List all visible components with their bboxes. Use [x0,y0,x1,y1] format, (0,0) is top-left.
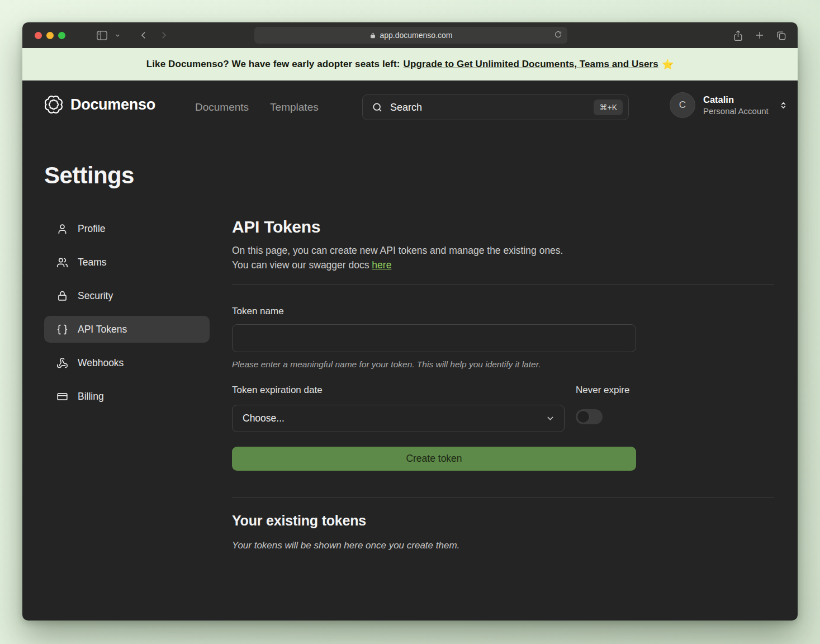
new-tab-icon[interactable] [755,30,765,40]
nav-templates[interactable]: Templates [270,101,319,113]
settings-sidebar: Profile Teams Security API Tokens Webhoo… [44,215,210,416]
divider [232,497,774,498]
token-name-input[interactable] [232,324,636,352]
sidebar-item-teams[interactable]: Teams [44,249,210,276]
avatar: C [670,92,695,118]
url-text: app.documenso.com [380,31,453,40]
create-token-button[interactable]: Create token [232,447,636,471]
brand-name: Documenso [70,96,155,113]
account-name: Catalin [703,94,769,105]
swagger-docs-link[interactable]: here [372,259,391,271]
page-title: Settings [44,162,134,189]
chevron-down-icon [546,414,555,423]
credit-card-icon [56,391,68,402]
app-content: Documenso Documents Templates Search ⌘+K… [22,80,798,621]
back-icon[interactable] [139,30,149,40]
chevrons-up-down-icon [779,101,788,110]
never-expire-toggle[interactable] [576,409,603,424]
divider [232,284,774,285]
zoom-window-button[interactable] [58,32,65,39]
address-bar[interactable]: app.documenso.com [254,27,567,44]
token-name-help: Please enter a meaningful name for your … [232,359,774,370]
sidebar-toggle-icon[interactable] [96,30,108,41]
sidebar-dropdown-icon[interactable] [115,32,121,39]
browser-window: app.documenso.com Like Documenso? We hav… [22,22,798,621]
nav-documents[interactable]: Documents [195,101,249,113]
sidebar-item-profile[interactable]: Profile [44,215,210,242]
star-emoji: ⭐ [662,59,674,70]
search-icon [372,102,383,113]
account-type: Personal Account [703,106,769,116]
search-placeholder: Search [390,102,422,113]
search-bar[interactable]: Search ⌘+K [362,94,629,120]
documenso-logo-icon [44,95,63,114]
minimize-window-button[interactable] [46,32,54,39]
share-icon[interactable] [733,30,743,41]
section-description: On this page, you can create new API tok… [232,243,774,272]
tls-lock-icon [369,32,376,39]
upgrade-link[interactable]: Upgrade to Get Unlimited Documents, Team… [404,59,658,70]
section-heading: API Tokens [232,217,774,236]
window-controls [35,22,65,48]
api-tokens-panel: API Tokens On this page, you can create … [232,217,774,551]
sidebar-item-webhooks[interactable]: Webhooks [44,349,210,376]
sidebar-item-billing[interactable]: Billing [44,383,210,410]
expiration-label: Token expiration date [232,385,774,396]
users-icon [56,257,68,268]
tab-overview-icon[interactable] [776,30,786,41]
braces-icon [56,324,68,335]
token-name-label: Token name [232,306,774,317]
main-nav: Documents Templates [195,101,319,113]
user-icon [56,223,68,235]
browser-toolbar: app.documenso.com [22,22,798,48]
expiration-value: Choose... [243,413,285,424]
existing-tokens-empty-text: Your tokens will be shown here once you … [232,540,774,551]
promo-banner: Like Documenso? We have few early adopte… [22,48,798,80]
sidebar-item-api-tokens[interactable]: API Tokens [44,316,210,343]
sidebar-item-security[interactable]: Security [44,282,210,309]
expiration-select[interactable]: Choose... [232,405,565,432]
reload-icon[interactable] [554,30,562,39]
close-window-button[interactable] [35,32,42,39]
toggle-knob [577,410,590,423]
brand[interactable]: Documenso [44,95,155,114]
search-shortcut-badge: ⌘+K [594,100,623,115]
never-expire-label: Never expire [576,385,629,396]
lock-icon [56,290,68,302]
webhook-icon [56,357,68,369]
existing-tokens-heading: Your existing tokens [232,513,774,529]
account-menu[interactable]: C Catalin Personal Account [670,92,788,118]
forward-icon[interactable] [159,30,169,40]
banner-text: Like Documenso? We have few early adopte… [146,59,400,70]
